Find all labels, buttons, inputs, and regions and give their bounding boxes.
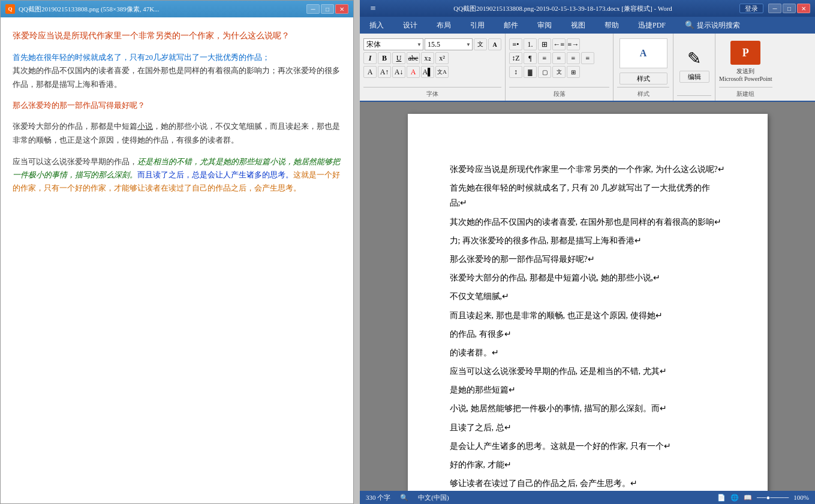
- para5-part1: 应当可以这么说张爱玲早期的作品，: [13, 157, 137, 166]
- multilevel-list-btn[interactable]: ⊞: [538, 38, 551, 50]
- ribbon-tab-view[interactable]: 视图: [566, 18, 590, 33]
- underline-button[interactable]: U: [392, 52, 405, 64]
- powerpoint-icon[interactable]: P: [730, 41, 760, 65]
- ppt-icon-symbol: P: [742, 47, 749, 59]
- qq-viewer-content: 张爱玲应当说是所现代作家里一个非常另类的一个作家，为什么这么说呢？ 首先她在很年…: [1, 17, 353, 503]
- close-button[interactable]: ✕: [335, 4, 348, 14]
- word-titlebar: ≡ QQ截图20190215133808.png-2019-02-15-13-3…: [360, 0, 815, 17]
- para5-part3: 而且读了之后，总是会让人产生诸多的思考。: [137, 170, 293, 179]
- content-para5: 应当可以这么说张爱玲早期的作品，还是相当的不错，尤其是她的那些短篇小说，她居然能…: [13, 155, 341, 195]
- word-login-button[interactable]: 登录: [739, 4, 763, 13]
- word-menu-btn[interactable]: ≡: [365, 4, 381, 13]
- bold-button[interactable]: I: [363, 52, 377, 64]
- doc-para3: 其次她的作品不仅国内的读者喜爱, 在国外那也是同样的有着很高的影响↵: [450, 215, 726, 230]
- font-menu-btn[interactable]: 文: [474, 38, 487, 50]
- doc-para5b: 不仅文笔细腻,↵: [450, 289, 726, 304]
- doc-para2: 首先她在很年轻的时候就成名了, 只有 20 几岁就写出了一大批优秀的作品;↵: [450, 180, 726, 210]
- border-btn[interactable]: ▢: [538, 66, 551, 78]
- send-to-ppt-label[interactable]: 发送到Microsoft PowerPoint: [719, 67, 772, 82]
- ribbon-tab-pdf[interactable]: 迅捷PDF: [633, 18, 670, 33]
- doc-para9b: 好的作家, 才能↵: [450, 457, 726, 472]
- qq-viewer-titlebar: Q QQ截图20190215133808.png (558×389像素, 47K…: [1, 1, 353, 17]
- doc-para7b: 是她的那些短篇↵: [450, 382, 726, 397]
- content-para3: 那么张爱玲的那一部作品写得最好呢？: [13, 99, 341, 112]
- doc-para4: 那么张爱玲的那一部作品写得最好呢?↵: [450, 252, 726, 267]
- numbered-list-btn[interactable]: 1.: [524, 38, 537, 50]
- word-close-btn[interactable]: ✕: [797, 4, 810, 13]
- ribbon-tab-review[interactable]: 审阅: [533, 18, 557, 33]
- doc-para1: 张爱玲应当说是所现代作家里一个非常另类的一个作家, 为什么这么说呢?↵: [450, 162, 726, 177]
- ribbon-tab-mail[interactable]: 邮件: [499, 18, 523, 33]
- style-group-label: 样式: [617, 87, 669, 98]
- word-minimize-btn[interactable]: ─: [768, 4, 781, 13]
- word-window: ≡ QQ截图20190215133808.png-2019-02-15-13-3…: [360, 0, 815, 504]
- ribbon-tab-references[interactable]: 引用: [465, 18, 489, 33]
- text-effect-btn[interactable]: A: [363, 66, 377, 78]
- qq-viewer-window: Q QQ截图20190215133808.png (558×389像素, 47K…: [0, 0, 354, 504]
- zoom-slider[interactable]: ──●────: [757, 494, 789, 501]
- maximize-button[interactable]: □: [321, 4, 334, 14]
- superscript-button[interactable]: x²: [435, 52, 449, 64]
- ribbon-tab-help[interactable]: 帮助: [600, 18, 624, 33]
- font-size-down-btn[interactable]: A↓: [392, 66, 405, 78]
- style-button[interactable]: 样式: [619, 73, 667, 84]
- chevron-down-icon: ▼: [417, 42, 422, 47]
- doc-para7: 应当可以这么说张爱玲早期的作品, 还是相当的不错, 尤其↵: [450, 364, 726, 379]
- layout-print-icon[interactable]: 📄: [717, 494, 726, 502]
- para-more-btn[interactable]: ⊞: [567, 66, 580, 78]
- align-center-btn[interactable]: ≡: [552, 52, 566, 64]
- font-clear-btn[interactable]: A: [488, 38, 501, 50]
- layout-web-icon[interactable]: 🌐: [730, 494, 739, 502]
- edit-icon[interactable]: ✎: [687, 49, 701, 68]
- line-spacing-btn[interactable]: ↕: [509, 66, 522, 78]
- edit-group-label: [677, 95, 711, 98]
- language-indicator: 中文(中国): [418, 493, 449, 502]
- doc-para3b: 力; 再次张爱玲的很多作品, 那都是描写上海和香港↵: [450, 233, 726, 248]
- doc-para6c: 的读者群。↵: [450, 345, 726, 360]
- word-restore-btn[interactable]: □: [783, 4, 796, 13]
- newgroup-label: 新建组: [719, 87, 772, 98]
- font-size-combo[interactable]: 15.5 ▼: [425, 38, 473, 50]
- ribbon-tab-search[interactable]: 🔍 提示说明搜索: [680, 18, 745, 33]
- style-preview[interactable]: A: [619, 38, 667, 68]
- chevron-down-icon: ▼: [466, 42, 471, 47]
- font-group-label: 字体: [363, 87, 501, 98]
- qq-icon: Q: [5, 4, 15, 14]
- word-page: 张爱玲应当说是所现代作家里一个非常另类的一个作家, 为什么这么说呢?↵ 首先她在…: [408, 114, 768, 491]
- content-para1: 张爱玲应当说是所现代作家里一个非常另类的一个作家，为什么这么说呢？: [13, 29, 341, 43]
- font-size-up-btn[interactable]: A↑: [378, 66, 391, 78]
- para-group-label: 段落: [509, 87, 609, 98]
- font-format-row: I B U abc x₂ x²: [363, 52, 449, 64]
- para4-text: 张爱玲大部分的作品，那都是中短篇小说，她的那些小说，不仅文笔细腻，而且读起来，那…: [13, 122, 340, 144]
- bullet-list-btn[interactable]: ≡•: [509, 38, 522, 50]
- show-marks-btn[interactable]: ¶: [524, 52, 537, 64]
- minimize-button[interactable]: ─: [306, 4, 320, 14]
- chinese-layout-btn[interactable]: 文: [552, 66, 566, 78]
- ribbon-content: 宋体 ▼ 15.5 ▼ 文 A I B U abc x₂ x²: [360, 34, 815, 102]
- ribbon-tab-design[interactable]: 设计: [398, 18, 422, 33]
- sort-btn[interactable]: ↕Z: [509, 52, 522, 64]
- ribbon-tab-insert[interactable]: 插入: [365, 18, 389, 33]
- align-left-btn[interactable]: ≡: [538, 52, 551, 64]
- layout-read-icon[interactable]: 📖: [744, 494, 752, 502]
- font-color-btn[interactable]: A: [407, 66, 420, 78]
- subscript-button[interactable]: x₂: [421, 52, 434, 64]
- font-highlight-btn[interactable]: A▌: [421, 66, 434, 78]
- left-win-buttons: ─ □ ✕: [306, 4, 348, 14]
- increase-indent-btn[interactable]: ≡→: [567, 38, 580, 50]
- italic-button[interactable]: B: [378, 52, 391, 64]
- doc-para10: 够让读者在读过了自己的作品之后, 会产生思考。↵: [450, 476, 726, 491]
- font-group: 宋体 ▼ 15.5 ▼ 文 A I B U abc x₂ x²: [360, 34, 506, 101]
- word-document-area: 张爱玲应当说是所现代作家里一个非常另类的一个作家, 为什么这么说呢?↵ 首先她在…: [360, 102, 815, 491]
- align-right-btn[interactable]: ≡: [567, 52, 580, 64]
- shading-btn[interactable]: ▓: [524, 66, 537, 78]
- pinyin-btn[interactable]: 文A: [435, 66, 449, 78]
- ribbon-tab-layout[interactable]: 布局: [432, 18, 456, 33]
- decrease-indent-btn[interactable]: ←≡: [552, 38, 566, 50]
- edit-button[interactable]: 编辑: [679, 71, 709, 83]
- doc-para8: 小说, 她居然能够把一件极小的事情, 描写的那么深刻。而↵: [450, 401, 726, 416]
- strikethrough-button[interactable]: abc: [407, 52, 420, 64]
- font-name-combo[interactable]: 宋体 ▼: [363, 38, 423, 50]
- justify-btn[interactable]: ≡: [581, 52, 594, 64]
- para2-part2: 其次她的作品不仅国内的读者喜爱，在国外那也是同样的有着很高的影响力；再次张爱玲的…: [13, 66, 340, 88]
